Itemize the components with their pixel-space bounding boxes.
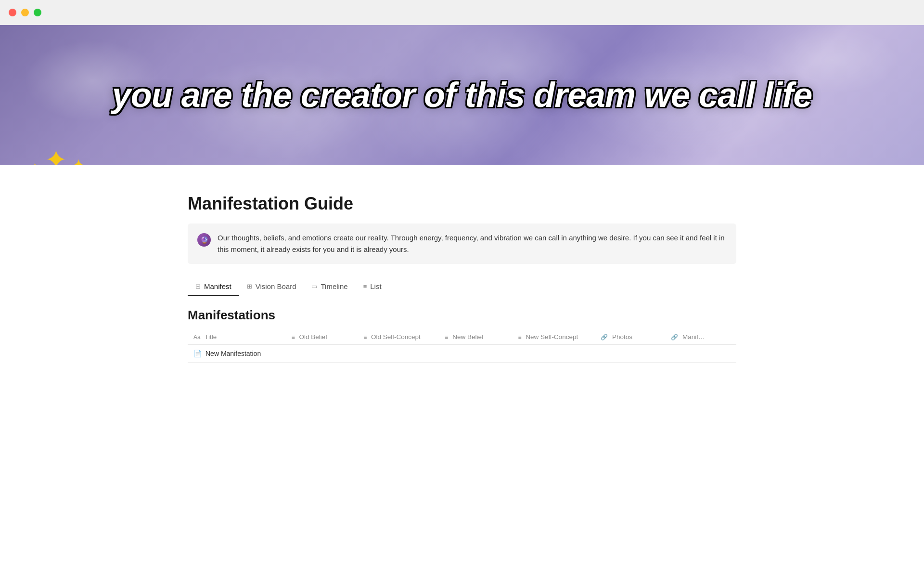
tab-timeline-label: Timeline [321, 282, 347, 290]
tab-vision-board[interactable]: ⊞ Vision Board [239, 277, 304, 296]
tab-vision-board-icon: ⊞ [247, 283, 252, 290]
quote-block: 🔮 Our thoughts, beliefs, and emotions cr… [188, 223, 736, 264]
col-photos[interactable]: 🔗 Photos [595, 329, 665, 345]
quote-icon: 🔮 [197, 233, 211, 247]
hero-banner: you are the creator of this dream we cal… [0, 25, 924, 165]
cell-new-self-concept[interactable] [513, 345, 595, 363]
col-new-self-concept-icon: ≡ [518, 334, 522, 341]
sparkle-container: ✦ ✦ ✦ [29, 146, 85, 165]
row-title-text: New Manifestation [205, 350, 261, 357]
col-old-self-concept[interactable]: ≡ Old Self-Concept [358, 329, 439, 345]
table-header-row: Aa Title ≡ Old Belief ≡ Old Self-Concept… [188, 329, 736, 345]
sparkle-large-icon: ✦ [45, 146, 67, 165]
maximize-button[interactable] [34, 9, 41, 16]
hero-text: you are the creator of this dream we cal… [83, 75, 841, 115]
col-new-self-concept-label: New Self-Concept [526, 333, 578, 341]
col-new-belief[interactable]: ≡ New Belief [439, 329, 512, 345]
col-old-belief-label: Old Belief [299, 333, 327, 341]
col-new-belief-label: New Belief [452, 333, 484, 341]
tab-manifest[interactable]: ⊞ Manifest [188, 277, 239, 296]
col-manifest-icon: 🔗 [671, 334, 678, 341]
col-old-self-concept-icon: ≡ [363, 334, 367, 341]
col-manifest-label: Manif… [682, 333, 705, 341]
col-old-belief-icon: ≡ [292, 334, 295, 341]
col-title-label: Title [205, 333, 217, 341]
tab-manifest-label: Manifest [204, 282, 231, 290]
tab-list[interactable]: ≡ List [356, 277, 389, 296]
manifestations-table: Aa Title ≡ Old Belief ≡ Old Self-Concept… [188, 329, 736, 363]
cell-old-self-concept[interactable] [358, 345, 439, 363]
quote-emoji: 🔮 [200, 236, 208, 244]
cell-photos[interactable] [595, 345, 665, 363]
col-new-self-concept[interactable]: ≡ New Self-Concept [513, 329, 595, 345]
col-new-belief-icon: ≡ [445, 334, 448, 341]
cell-title[interactable]: 📄 New Manifestation [188, 345, 286, 363]
row-page-icon: 📄 [193, 350, 202, 357]
col-manifest[interactable]: 🔗 Manif… [665, 329, 736, 345]
col-old-belief[interactable]: ≡ Old Belief [286, 329, 358, 345]
cell-old-belief[interactable] [286, 345, 358, 363]
tab-vision-board-label: Vision Board [256, 282, 296, 290]
minimize-button[interactable] [21, 9, 29, 16]
col-photos-icon: 🔗 [601, 334, 608, 341]
tab-list-label: List [370, 282, 381, 290]
quote-text: Our thoughts, beliefs, and emotions crea… [218, 232, 727, 255]
close-button[interactable] [9, 9, 16, 16]
table-section-title: Manifestations [188, 308, 736, 323]
col-title[interactable]: Aa Title [188, 329, 286, 345]
page-content: Manifestation Guide 🔮 Our thoughts, beli… [149, 165, 775, 382]
col-old-self-concept-label: Old Self-Concept [371, 333, 421, 341]
tab-timeline-icon: ▭ [311, 283, 317, 290]
tab-timeline[interactable]: ▭ Timeline [304, 277, 355, 296]
col-title-icon: Aa [193, 334, 201, 341]
cell-manifest[interactable] [665, 345, 736, 363]
tab-manifest-icon: ⊞ [195, 283, 201, 290]
table-row[interactable]: 📄 New Manifestation [188, 345, 736, 363]
page-title: Manifestation Guide [188, 194, 736, 214]
tab-list-icon: ≡ [363, 283, 367, 290]
sparkle-small-icon: ✦ [29, 161, 41, 165]
sparkle-medium-icon: ✦ [72, 157, 85, 165]
titlebar [0, 0, 924, 25]
col-photos-label: Photos [612, 333, 632, 341]
cell-new-belief[interactable] [439, 345, 512, 363]
tabs-bar: ⊞ Manifest ⊞ Vision Board ▭ Timeline ≡ L… [188, 277, 736, 296]
